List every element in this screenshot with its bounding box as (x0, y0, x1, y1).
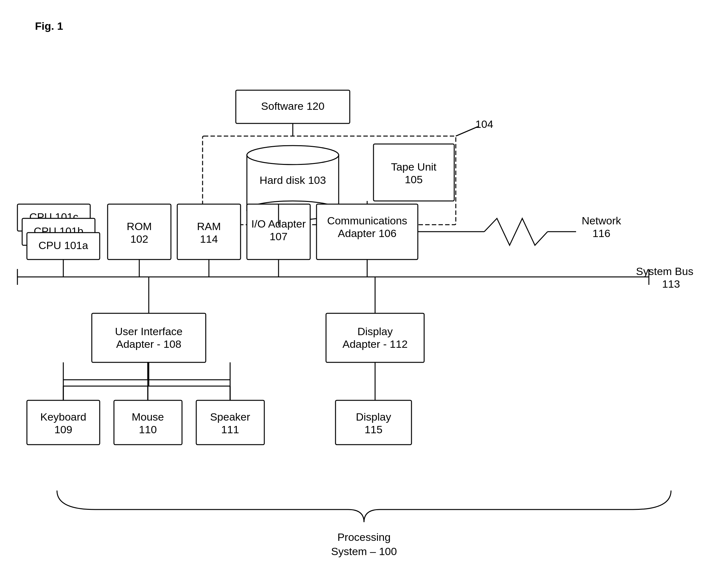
ram-label-2: 114 (200, 233, 218, 245)
io-adapter-label-2: 107 (270, 230, 288, 242)
processing-system-label-1: Processing (337, 531, 391, 543)
processing-system-label-2: System – 100 (331, 545, 397, 557)
keyboard-label-2: 109 (54, 423, 72, 435)
display-label-1: Display (356, 411, 391, 423)
rom-label-2: 102 (130, 233, 148, 245)
hard-disk-label: Hard disk 103 (260, 174, 326, 186)
hard-disk-top (247, 146, 339, 165)
fig-title: Fig. 1 (35, 20, 63, 32)
ram-label-1: RAM (197, 220, 221, 232)
cpu-a-label: CPU 101a (39, 239, 88, 251)
system-bus-label-2: 113 (662, 278, 680, 290)
tape-unit-label-2: 105 (405, 173, 423, 185)
group-104-line (456, 127, 478, 136)
network-label-1: Network (582, 215, 622, 227)
system-bus-label-1: System Bus (636, 265, 693, 277)
comm-adapter-label-1: Communications (327, 215, 407, 227)
comm-adapter-label-2: Adapter 106 (338, 227, 396, 239)
display-adapter-label-1: Display (357, 325, 392, 337)
speaker-label-1: Speaker (210, 411, 250, 423)
software-label: Software 120 (261, 100, 324, 112)
ui-adapter-label-1: User Interface (115, 325, 183, 337)
network-zigzag (484, 218, 548, 245)
keyboard-label-1: Keyboard (40, 411, 86, 423)
display-label-2: 115 (365, 423, 383, 435)
network-label-2: 116 (593, 227, 611, 239)
tape-unit-label-1: Tape Unit (391, 161, 436, 173)
ui-adapter-label-2: Adapter - 108 (116, 338, 181, 350)
rom-label-1: ROM (127, 220, 152, 232)
group-104-label: 104 (475, 118, 493, 130)
mouse-label-1: Mouse (132, 411, 164, 423)
display-adapter-label-2: Adapter - 112 (342, 338, 408, 350)
processing-brace (57, 491, 671, 522)
mouse-label-2: 110 (139, 423, 157, 435)
speaker-label-2: 111 (221, 423, 239, 435)
